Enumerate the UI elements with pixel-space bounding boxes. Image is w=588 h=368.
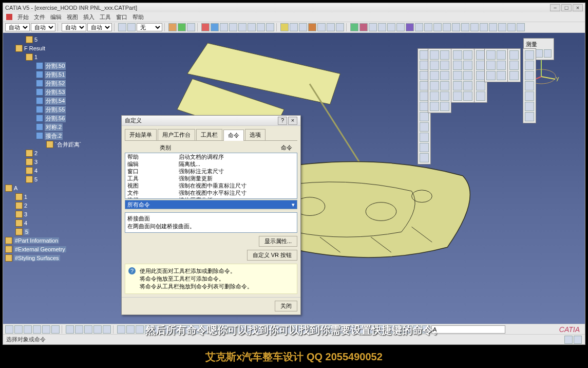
category-combo[interactable]: 所有命令 ▾ <box>125 200 297 209</box>
tree-node[interactable]: #Styling Surfaces <box>14 255 60 261</box>
tab-option[interactable]: 选项 <box>245 129 265 140</box>
tree-node[interactable]: 分割.54 <box>45 97 66 105</box>
sel-auto3[interactable]: 自动 <box>62 23 86 31</box>
tb-icon[interactable] <box>211 23 219 31</box>
tb-icon[interactable] <box>517 23 525 31</box>
tb-icon[interactable] <box>280 23 289 31</box>
palette-icon[interactable] <box>463 91 472 101</box>
tree-node[interactable]: 分割.52 <box>45 80 66 87</box>
dialog-close-button[interactable]: × <box>288 117 297 125</box>
tb-icon[interactable] <box>498 23 506 31</box>
tb-icon[interactable] <box>118 23 126 31</box>
tb-icon[interactable] <box>14 325 23 334</box>
show-properties-button[interactable]: 显示属性... <box>259 236 297 247</box>
palette-5[interactable] <box>484 48 508 82</box>
palette-icon[interactable] <box>453 71 462 80</box>
tb-icon[interactable] <box>257 23 265 31</box>
palette-icon[interactable] <box>420 143 429 152</box>
measure-icon[interactable] <box>544 49 552 58</box>
tb-icon[interactable] <box>127 23 136 31</box>
tb-icon[interactable] <box>350 23 358 31</box>
palette-icon[interactable] <box>463 50 472 60</box>
palette-icon[interactable] <box>420 112 429 121</box>
tab-userwb[interactable]: 用户工作台 <box>158 129 195 140</box>
sel-auto2[interactable]: 自动 <box>31 23 55 31</box>
sel-auto1[interactable]: 自动 <box>5 23 30 31</box>
palette-icon[interactable] <box>509 61 519 70</box>
tree-node[interactable]: 对称.2 <box>45 123 63 131</box>
tb-icon[interactable] <box>178 23 186 31</box>
list-row[interactable]: 工具强制测量更新 <box>125 175 297 182</box>
customize-vr-button[interactable]: 自定义 VR 按钮 <box>247 250 297 261</box>
tree-node[interactable]: 3 <box>24 211 27 217</box>
tree-node[interactable]: 4 <box>34 168 37 174</box>
3d-viewport[interactable]: 5 F Result 1 分割.50 分割.51 分割.52 分割.53 分割.… <box>3 33 585 324</box>
palette-icon[interactable] <box>440 71 449 80</box>
tb-icon[interactable] <box>327 23 335 31</box>
palette-icon[interactable] <box>440 61 449 70</box>
tb-icon[interactable] <box>336 23 344 31</box>
tb-icon[interactable] <box>317 23 326 31</box>
palette-icon[interactable] <box>497 61 506 70</box>
palette-icon[interactable] <box>509 71 519 80</box>
palette-icon[interactable] <box>476 81 485 90</box>
palette-icon[interactable] <box>430 91 439 101</box>
menu-view[interactable]: 视图 <box>67 13 78 21</box>
tree-node[interactable]: A <box>14 185 17 191</box>
tree-node[interactable]: #External Geometry <box>14 246 66 252</box>
palette-icon[interactable] <box>525 50 534 60</box>
category-command-list[interactable]: 帮助启动文档的调程序编辑隔离线...窗口强制标注元素尺寸工具强制测量更新视图强制… <box>125 153 297 199</box>
tree-node[interactable]: `合并距离` <box>55 141 81 149</box>
palette-icon[interactable] <box>525 71 534 80</box>
tb-icon[interactable] <box>369 23 377 31</box>
tb-icon[interactable] <box>359 23 368 31</box>
tree-node[interactable]: 1 <box>34 54 37 60</box>
sel-none[interactable]: 无 <box>137 23 162 31</box>
close-dialog-button[interactable]: 关闭 <box>275 301 297 311</box>
menu-edit[interactable]: 编辑 <box>50 13 62 21</box>
tb-icon[interactable] <box>75 325 83 334</box>
tree-node[interactable]: 接合.2 <box>45 132 63 140</box>
palette-icon[interactable] <box>525 112 534 121</box>
tree-node[interactable]: 2 <box>24 203 27 209</box>
palette-icon[interactable] <box>420 133 429 142</box>
tree-node[interactable]: F Result <box>24 45 45 51</box>
tb-icon[interactable] <box>117 325 125 334</box>
palette-icon[interactable] <box>525 91 534 101</box>
menu-insert[interactable]: 插入 <box>83 13 94 21</box>
palette-icon[interactable] <box>525 61 534 70</box>
tb-icon[interactable] <box>168 23 177 31</box>
tree-node[interactable]: 5 <box>34 176 37 182</box>
tree-node[interactable]: 分割.50 <box>45 62 66 70</box>
tb-icon[interactable] <box>433 23 442 31</box>
tb-icon[interactable] <box>452 23 460 31</box>
palette-icon[interactable] <box>453 50 462 60</box>
tb-icon[interactable] <box>480 23 488 31</box>
palette-icon[interactable] <box>497 71 506 80</box>
tree-node[interactable]: 2 <box>34 150 37 156</box>
list-row[interactable]: 文件强制在视图中水平标注尺寸 <box>125 189 297 196</box>
tb-icon[interactable] <box>66 325 74 334</box>
palette-icon[interactable] <box>476 91 485 101</box>
palette-icon[interactable] <box>430 102 439 111</box>
list-row[interactable]: 选择墙体厚度分析 <box>125 196 297 199</box>
maximize-button[interactable]: □ <box>561 4 572 11</box>
close-button[interactable]: × <box>573 4 583 11</box>
tab-cmd[interactable]: 命令 <box>223 130 244 141</box>
menu-file[interactable]: 文件 <box>34 13 45 21</box>
tb-icon[interactable] <box>84 325 92 334</box>
tb-icon[interactable] <box>415 23 423 31</box>
palette-icon[interactable] <box>430 50 439 60</box>
palette-2[interactable] <box>428 48 451 113</box>
dialog-titlebar[interactable]: 自定义 ? × <box>122 116 300 126</box>
palette-icon[interactable] <box>486 61 496 70</box>
palette-icon[interactable] <box>453 91 462 101</box>
tb-icon[interactable] <box>424 23 432 31</box>
tree-node[interactable]: 3 <box>34 159 37 165</box>
menu-help[interactable]: 帮助 <box>132 13 144 21</box>
palette-icon[interactable] <box>440 91 449 101</box>
palette-icon[interactable] <box>420 153 429 162</box>
palette-icon[interactable] <box>430 81 439 90</box>
menu-window[interactable]: 窗口 <box>116 13 127 21</box>
tb-icon[interactable] <box>201 23 210 31</box>
